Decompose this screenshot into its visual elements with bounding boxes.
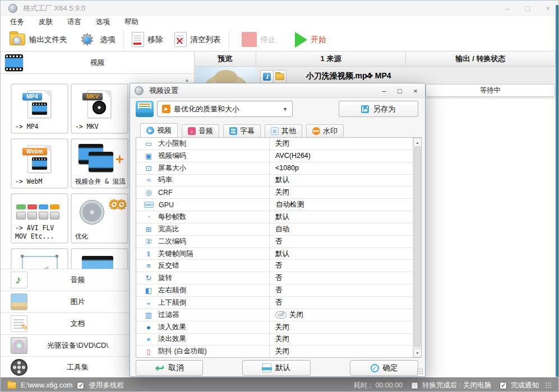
start-button[interactable]: 开始 xyxy=(289,30,332,50)
output-folder-icon xyxy=(10,34,25,45)
maximize-button[interactable]: □ xyxy=(520,4,535,13)
tab-其他[interactable]: ≡其他 xyxy=(265,124,302,137)
fade-out-icon: ● xyxy=(144,335,153,343)
start-label: 开始 xyxy=(311,35,326,45)
minimize-button[interactable]: – xyxy=(500,4,515,13)
shutdown-after-label[interactable]: 转换完成后 : 关闭电脑 xyxy=(422,381,491,390)
setting-row-3[interactable]: ⊡屏幕大小<1080p xyxy=(136,162,413,175)
tab-字幕[interactable]: 字幕 xyxy=(223,124,261,137)
remove-file-icon xyxy=(132,32,144,47)
deinterlace-icon: ≡ xyxy=(144,262,153,270)
other-tab-icon: ≡ xyxy=(271,127,279,135)
dialog-title-bar[interactable]: 视频设置 – □ × xyxy=(130,83,425,98)
setting-row-18[interactable]: ▯防抖 (白金功能)关闭 xyxy=(136,346,413,358)
setting-row-7[interactable]: ◔每秒帧数默认 xyxy=(136,211,413,223)
format-card[interactable]: -> AVI FLV MOV Etc... xyxy=(11,193,68,244)
setting-row-12[interactable]: ↻旋转否 xyxy=(136,272,413,284)
notify-label[interactable]: 完成通知 xyxy=(511,381,539,390)
scrollbar-thumb[interactable] xyxy=(414,147,421,347)
settings-scrollbar[interactable]: ▲ ▼ xyxy=(413,138,421,357)
scroll-up-icon[interactable]: ▲ xyxy=(413,138,422,147)
file-info-button[interactable]: i xyxy=(260,70,274,83)
setting-row-8[interactable]: ⊞宽高比自动 xyxy=(136,223,413,236)
output-folder-button[interactable]: 输出文件夹 xyxy=(4,30,73,50)
format-card[interactable]: MKV-> MKV xyxy=(71,83,128,134)
setting-row-11[interactable]: ≡反交错否 xyxy=(136,260,413,272)
cancel-button[interactable]: ↩ 取消 xyxy=(136,360,203,376)
setting-value-text: 关闭 xyxy=(275,334,289,344)
setting-value: 关闭 xyxy=(275,334,289,344)
options-button[interactable]: ⚙ 选项 xyxy=(73,30,121,50)
dialog-resize-grip[interactable] xyxy=(417,368,423,375)
dialog-maximize-button[interactable]: □ xyxy=(394,87,406,95)
menu-item-5[interactable]: 帮助 xyxy=(124,17,138,27)
setting-row-15[interactable]: ▥过滤器off关闭 xyxy=(136,309,413,321)
format-card[interactable]: MP4-> MP4 xyxy=(11,83,68,134)
menu-item-2[interactable]: 皮肤 xyxy=(39,17,53,27)
clear-list-button[interactable]: 清空列表 xyxy=(169,30,227,50)
resize-grip[interactable] xyxy=(545,382,552,389)
open-folder-button[interactable] xyxy=(273,70,287,83)
panel-scroll-up-icon[interactable]: ▲ xyxy=(184,77,190,83)
tab-label: 其他 xyxy=(281,126,296,136)
dialog-tabs: ▶视频♪音频字幕≡其他NEW水印 xyxy=(140,123,344,137)
setting-row-10[interactable]: ‖关键帧间隔默认 xyxy=(136,248,413,260)
video-section-header[interactable]: 视频 xyxy=(1,52,194,74)
menu-bar: 任务皮肤语言选项帮助 xyxy=(1,16,559,28)
setting-row-1[interactable]: ▭大小限制关闭 xyxy=(136,138,413,150)
format-card[interactable]: Webm-> WebM xyxy=(11,138,68,189)
setting-label: GPU xyxy=(159,201,268,209)
setting-value: 关闭 xyxy=(275,188,289,197)
default-button[interactable]: 默认 xyxy=(242,360,311,376)
tab-视频[interactable]: ▶视频 xyxy=(140,123,178,137)
clear-list-icon xyxy=(174,32,187,47)
menu-item-4[interactable]: 选项 xyxy=(96,17,110,27)
stop-icon xyxy=(242,32,257,47)
output-path[interactable]: E:\www.x6g.com xyxy=(21,381,72,389)
toolbar: 输出文件夹 ⚙ 选项 移除 清空列表 停止 开始 xyxy=(1,28,559,51)
dialog-close-button[interactable]: × xyxy=(409,87,422,95)
setting-value-text: 自动 xyxy=(275,225,289,234)
close-button[interactable]: × xyxy=(540,4,555,13)
scroll-down-icon[interactable]: ▼ xyxy=(413,348,422,357)
column-header[interactable]: 1 来源 xyxy=(256,52,406,66)
setting-row-4[interactable]: ≈码率默认 xyxy=(136,175,413,187)
column-header[interactable]: 预览 xyxy=(195,52,256,66)
setting-value-text: 否 xyxy=(275,237,283,246)
column-header[interactable]: 输出 / 转换状态 xyxy=(406,52,556,66)
task-status-badge: 等待中 xyxy=(426,84,555,97)
output-path-folder-icon[interactable] xyxy=(7,382,16,389)
setting-value-text: 关闭 xyxy=(275,323,289,332)
setting-label: 反交错 xyxy=(158,261,267,270)
setting-row-6[interactable]: GPUGPU自动检测 xyxy=(136,199,413,211)
format-card[interactable]: ⚙⚙优化 xyxy=(71,193,128,244)
setting-row-14[interactable]: ◒上下颠倒否 xyxy=(136,297,413,309)
save-as-label: 另存为 xyxy=(373,104,396,114)
setting-row-9[interactable]: ②二次编码否 xyxy=(136,236,413,248)
ok-button[interactable]: ✓ 确定 xyxy=(350,360,418,376)
setting-value: 关闭 xyxy=(275,323,289,332)
setting-row-13[interactable]: ◧左右颠倒否 xyxy=(136,284,413,297)
setting-row-2[interactable]: ▣视频编码AVC(H264) xyxy=(136,150,413,162)
setting-row-5[interactable]: ◎CRF关闭 xyxy=(136,186,413,199)
tab-音频[interactable]: ♪音频 xyxy=(182,124,219,137)
tab-水印[interactable]: NEW水印 xyxy=(306,124,344,137)
menu-item-1[interactable]: 任务 xyxy=(10,17,24,27)
format-card[interactable]: +视频合并 & 混流 xyxy=(71,138,128,189)
multithread-label[interactable]: 使用多线程 xyxy=(89,381,124,390)
multithread-checkbox[interactable] xyxy=(77,382,84,389)
notify-checkbox[interactable] xyxy=(500,382,507,389)
dialog-minimize-button[interactable]: – xyxy=(378,87,390,95)
chevron-down-icon: ▼ xyxy=(283,106,288,112)
save-icon xyxy=(361,105,369,113)
tab-label: 水印 xyxy=(323,126,338,136)
stop-button[interactable]: 停止 xyxy=(236,30,281,50)
shutdown-after-checkbox[interactable] xyxy=(411,382,418,389)
save-as-button[interactable]: 另存为 xyxy=(339,101,418,117)
remove-button[interactable]: 移除 xyxy=(126,30,169,50)
settings-table: ▭大小限制关闭▣视频编码AVC(H264)⊡屏幕大小<1080p≈码率默认◎CR… xyxy=(136,137,422,358)
setting-row-16[interactable]: ●淡入效果关闭 xyxy=(136,321,413,334)
menu-item-3[interactable]: 语言 xyxy=(67,17,81,27)
preset-dropdown[interactable]: ▶ 最优化的质量和大小 ▼ xyxy=(157,101,293,117)
setting-row-17[interactable]: ●淡出效果关闭 xyxy=(136,334,413,346)
